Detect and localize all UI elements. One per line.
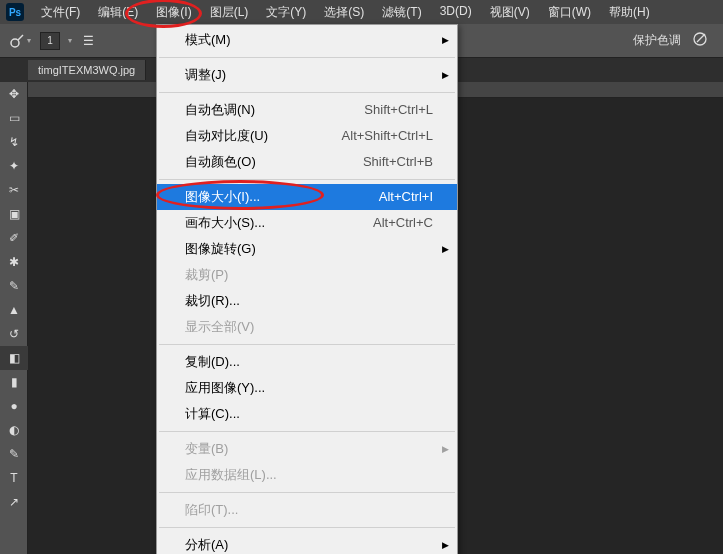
menu-item[interactable]: 复制(D)...	[157, 349, 457, 375]
menubar: Ps 文件(F)编辑(E)图像(I)图层(L)文字(Y)选择(S)滤镜(T)3D…	[0, 0, 723, 24]
menu-item-shortcut: Alt+Ctrl+C	[373, 214, 433, 232]
menu-separator	[159, 57, 455, 58]
menu-item-label: 应用数据组(L)...	[185, 466, 277, 484]
svg-point-0	[11, 39, 19, 47]
menu-image[interactable]: 图像(I)	[147, 0, 200, 25]
stamp-tool[interactable]: ▲	[0, 298, 28, 322]
sample-size-input[interactable]: 1	[40, 32, 60, 50]
svg-line-1	[18, 35, 23, 40]
menu-item-shortcut: Shift+Ctrl+B	[363, 153, 433, 171]
menu-item: 裁剪(P)	[157, 262, 457, 288]
image-menu-dropdown: 模式(M)调整(J)自动色调(N)Shift+Ctrl+L自动对比度(U)Alt…	[156, 24, 458, 554]
menu-item[interactable]: 自动对比度(U)Alt+Shift+Ctrl+L	[157, 123, 457, 149]
gradient-tool[interactable]: ▮	[0, 370, 28, 394]
pen-tool[interactable]: ✎	[0, 442, 28, 466]
document-tab[interactable]: timgITEXM3WQ.jpg	[28, 60, 146, 80]
move-tool[interactable]: ✥	[0, 82, 28, 106]
menu-item-label: 自动对比度(U)	[185, 127, 268, 145]
menu-item[interactable]: 自动色调(N)Shift+Ctrl+L	[157, 97, 457, 123]
menu-item-label: 裁切(R)...	[185, 292, 240, 310]
ps-logo-icon: Ps	[6, 3, 24, 21]
menu-item-label: 裁剪(P)	[185, 266, 228, 284]
menu-separator	[159, 527, 455, 528]
menu-item[interactable]: 自动颜色(O)Shift+Ctrl+B	[157, 149, 457, 175]
menu-separator	[159, 92, 455, 93]
menu-item[interactable]: 应用图像(Y)...	[157, 375, 457, 401]
menu-item-label: 分析(A)	[185, 536, 228, 554]
menu-item: 变量(B)	[157, 436, 457, 462]
menu-file[interactable]: 文件(F)	[32, 0, 89, 25]
menu-item-label: 应用图像(Y)...	[185, 379, 265, 397]
menu-item: 陷印(T)...	[157, 497, 457, 523]
menu-view[interactable]: 视图(V)	[481, 0, 539, 25]
menu-item[interactable]: 计算(C)...	[157, 401, 457, 427]
menu-item-label: 陷印(T)...	[185, 501, 238, 519]
eyedropper-tool[interactable]: ✐	[0, 226, 28, 250]
menu-item-shortcut: Alt+Shift+Ctrl+L	[342, 127, 433, 145]
frame-tool[interactable]: ▣	[0, 202, 28, 226]
menu-separator	[159, 492, 455, 493]
menu-item[interactable]: 图像大小(I)...Alt+Ctrl+I	[157, 184, 457, 210]
menu-item-label: 复制(D)...	[185, 353, 240, 371]
menu-window[interactable]: 窗口(W)	[539, 0, 600, 25]
menu-item: 应用数据组(L)...	[157, 462, 457, 488]
menu-item-label: 自动颜色(O)	[185, 153, 256, 171]
menu-item-shortcut: Alt+Ctrl+I	[379, 188, 433, 206]
menu-select[interactable]: 选择(S)	[315, 0, 373, 25]
menu-item-label: 模式(M)	[185, 31, 231, 49]
menu-item[interactable]: 裁切(R)...	[157, 288, 457, 314]
menu-item-label: 调整(J)	[185, 66, 226, 84]
heal-tool[interactable]: ✱	[0, 250, 28, 274]
brush-tool[interactable]: ✎	[0, 274, 28, 298]
marquee-tool[interactable]: ▭	[0, 106, 28, 130]
crop-tool[interactable]: ✂	[0, 178, 28, 202]
menu-separator	[159, 179, 455, 180]
menu-filter[interactable]: 滤镜(T)	[373, 0, 430, 25]
current-tool-icon[interactable]: ▾	[6, 27, 34, 55]
menu-item: 显示全部(V)	[157, 314, 457, 340]
menu-separator	[159, 431, 455, 432]
menu-separator	[159, 344, 455, 345]
menu-layer[interactable]: 图层(L)	[201, 0, 258, 25]
menu-help[interactable]: 帮助(H)	[600, 0, 659, 25]
menu-item-label: 图像旋转(G)	[185, 240, 256, 258]
history-brush[interactable]: ↺	[0, 322, 28, 346]
dodge-tool[interactable]: ◐	[0, 418, 28, 442]
toolbox: ✥▭↯✦✂▣✐✱✎▲↺◧▮●◐✎T↗	[0, 82, 28, 554]
eraser-tool[interactable]: ◧	[0, 346, 28, 370]
menu-item-label: 画布大小(S)...	[185, 214, 265, 232]
path-tool[interactable]: ↗	[0, 490, 28, 514]
svg-line-3	[697, 34, 705, 42]
menu-item[interactable]: 分析(A)	[157, 532, 457, 554]
menu-item[interactable]: 画布大小(S)...Alt+Ctrl+C	[157, 210, 457, 236]
menu-item[interactable]: 图像旋转(G)	[157, 236, 457, 262]
menu-edit[interactable]: 编辑(E)	[89, 0, 147, 25]
menu-type[interactable]: 文字(Y)	[257, 0, 315, 25]
wand-tool[interactable]: ✦	[0, 154, 28, 178]
blur-tool[interactable]: ●	[0, 394, 28, 418]
menu-3d[interactable]: 3D(D)	[431, 0, 481, 25]
menu-item-label: 自动色调(N)	[185, 101, 255, 119]
menu-item-label: 变量(B)	[185, 440, 228, 458]
menu-item[interactable]: 模式(M)	[157, 27, 457, 53]
menu-item-label: 显示全部(V)	[185, 318, 254, 336]
preserve-tone-label: 保护色调	[633, 32, 681, 49]
menu-item-label: 计算(C)...	[185, 405, 240, 423]
type-tool[interactable]: T	[0, 466, 28, 490]
layers-option-icon[interactable]: ☰	[76, 29, 100, 53]
menu-item-shortcut: Shift+Ctrl+L	[364, 101, 433, 119]
target-icon[interactable]	[691, 30, 709, 51]
menu-item[interactable]: 调整(J)	[157, 62, 457, 88]
menu-item-label: 图像大小(I)...	[185, 188, 260, 206]
lasso-tool[interactable]: ↯	[0, 130, 28, 154]
